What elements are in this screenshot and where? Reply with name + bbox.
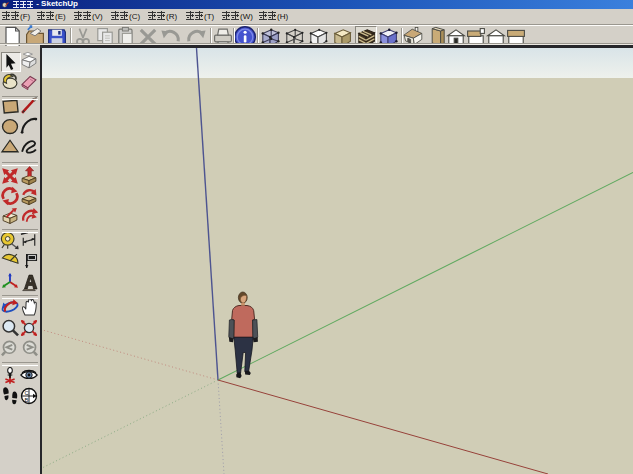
svg-text:B: B — [24, 397, 28, 403]
svg-text:C: C — [24, 390, 28, 396]
